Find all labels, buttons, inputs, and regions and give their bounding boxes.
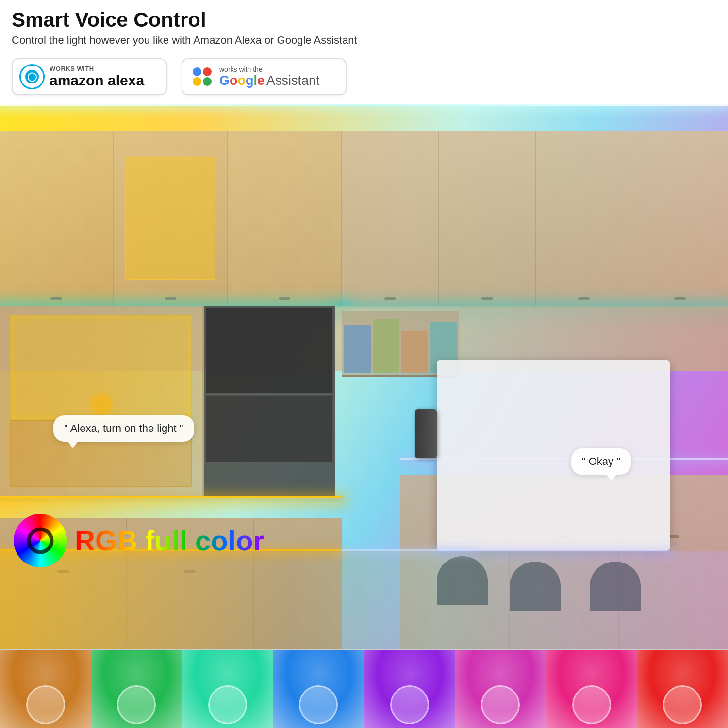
alexa-icon: ◯ bbox=[19, 64, 45, 89]
color-swatch-2 bbox=[182, 650, 273, 728]
glass-cabinet-lower bbox=[10, 315, 192, 420]
color-swatch-0 bbox=[0, 650, 91, 728]
color-swatch-1 bbox=[91, 650, 182, 728]
rgb-section: RGB full color bbox=[14, 514, 264, 567]
swatch-bulb-5 bbox=[481, 685, 520, 724]
echo-device bbox=[415, 409, 437, 458]
floor-baseboard-right bbox=[342, 549, 473, 551]
cabinet-handle-7 bbox=[674, 297, 686, 300]
led-strip-top bbox=[0, 104, 728, 106]
google-letter-g2: g bbox=[246, 73, 254, 88]
swatch-bulb-2 bbox=[208, 685, 247, 724]
cabinet-handle-1 bbox=[50, 297, 62, 300]
kitchen-section: " Alexa, turn on the light " " Okay " RG… bbox=[0, 104, 728, 649]
baseboard-led-left bbox=[0, 496, 342, 498]
color-wheel bbox=[14, 514, 67, 567]
page-wrapper: Smart Voice Control Control the light ho… bbox=[0, 0, 728, 728]
cabinet-handle-4 bbox=[384, 297, 396, 300]
upper-cabinets-right bbox=[342, 131, 728, 305]
cabinet-handle-6 bbox=[578, 297, 590, 300]
kitchen-ceiling bbox=[0, 104, 728, 131]
badges-row: ◯ WORKS WITH amazon alexa bbox=[0, 53, 728, 104]
google-dot-green bbox=[203, 77, 212, 86]
alexa-badge-text: WORKS WITH amazon alexa bbox=[50, 65, 144, 88]
google-letter-e: e bbox=[257, 73, 265, 88]
cabinet-door-5 bbox=[439, 131, 536, 305]
header-subtitle: Control the light however you like with … bbox=[12, 34, 716, 47]
glass-cabinet bbox=[125, 157, 215, 280]
alexa-brand-name: amazon alexa bbox=[50, 72, 144, 88]
google-letter-o2: o bbox=[238, 73, 246, 88]
alexa-symbol: ◯ bbox=[27, 71, 37, 82]
okay-speech-bubble: " Okay " bbox=[571, 448, 631, 475]
cabinet-handle-2 bbox=[165, 297, 176, 300]
cabinet-door-2 bbox=[114, 131, 228, 305]
google-letter-l: l bbox=[254, 73, 258, 88]
color-swatch-4 bbox=[364, 650, 455, 728]
swatch-bulb-4 bbox=[390, 685, 429, 724]
google-word: Google bbox=[219, 73, 265, 88]
alexa-works-with: WORKS WITH bbox=[50, 65, 144, 72]
kitchen-island bbox=[437, 360, 670, 551]
color-swatch-6 bbox=[546, 650, 637, 728]
color-swatch-7 bbox=[637, 650, 728, 728]
cabinet-light-glow bbox=[92, 395, 111, 414]
alexa-speech-text: " Alexa, turn on the light " bbox=[64, 422, 183, 434]
google-badge[interactable]: works with the Google Assistant bbox=[182, 58, 347, 95]
shelf-item-1 bbox=[344, 325, 371, 373]
google-badge-text: works with the Google Assistant bbox=[219, 66, 320, 88]
google-letter-g: G bbox=[219, 73, 230, 88]
kitchen-image: " Alexa, turn on the light " " Okay " RG… bbox=[0, 104, 728, 649]
swatch-bulb-3 bbox=[299, 685, 338, 724]
swatch-bulb-6 bbox=[572, 685, 611, 724]
cabinet-door-1 bbox=[0, 131, 114, 305]
google-icon bbox=[189, 64, 215, 89]
cabinet-door-6 bbox=[536, 131, 632, 305]
page-title: Smart Voice Control bbox=[12, 9, 716, 31]
upper-cabinets-left bbox=[0, 131, 342, 305]
oven-area bbox=[204, 306, 335, 496]
left-wall bbox=[0, 306, 204, 496]
swatch-bulb-1 bbox=[117, 685, 156, 724]
google-works-with: works with the bbox=[219, 66, 320, 73]
color-swatch-3 bbox=[273, 650, 364, 728]
cabinet-door-4 bbox=[342, 131, 439, 305]
google-dot-red bbox=[203, 67, 212, 76]
cabinet-door-3 bbox=[228, 131, 341, 305]
alexa-ring-inner: ◯ bbox=[25, 70, 39, 83]
google-name-row: Google Assistant bbox=[219, 73, 320, 88]
shelf-item-3 bbox=[401, 331, 428, 373]
cabinet-door-7 bbox=[632, 131, 728, 305]
color-swatch-5 bbox=[455, 650, 546, 728]
alexa-speech-bubble: " Alexa, turn on the light " bbox=[53, 415, 194, 442]
header-section: Smart Voice Control Control the light ho… bbox=[0, 0, 728, 53]
google-dot-yellow bbox=[193, 77, 201, 86]
google-dot-blue bbox=[193, 67, 201, 76]
google-assistant-label: Assistant bbox=[266, 73, 320, 88]
oven-door bbox=[206, 308, 333, 394]
cabinet-handle-3 bbox=[279, 297, 290, 300]
swatches-section bbox=[0, 650, 728, 728]
swatch-bulb-7 bbox=[663, 685, 702, 724]
color-wheel-inner bbox=[27, 527, 54, 554]
google-letter-o1: o bbox=[230, 73, 238, 88]
swatch-bulb-0 bbox=[26, 685, 65, 724]
microwave-door bbox=[206, 395, 333, 462]
okay-speech-text: " Okay " bbox=[582, 455, 620, 467]
rgb-label: RGB full color bbox=[75, 527, 264, 555]
alexa-badge[interactable]: ◯ WORKS WITH amazon alexa bbox=[12, 58, 167, 95]
cabinet-handle-5 bbox=[481, 297, 493, 300]
shelf-item-2 bbox=[373, 319, 399, 373]
